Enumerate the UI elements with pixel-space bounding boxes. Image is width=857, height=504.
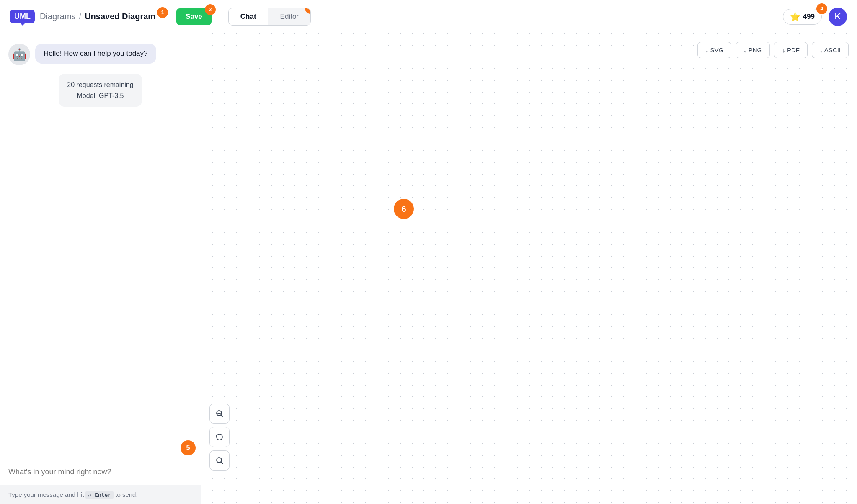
footer-suffix: to send. (115, 491, 137, 498)
chat-panel: 🤖 Hello! How can I help you today? 20 re… (0, 33, 201, 504)
info-line2: Model: GPT-3.5 (77, 92, 124, 99)
header: UML Diagrams / Unsaved Diagram 1 Save 2 … (0, 0, 857, 33)
star-icon: ⭐ (790, 12, 800, 22)
bot-emoji: 🤖 (12, 48, 27, 62)
enter-key: ↵ Enter (85, 491, 114, 499)
info-line1: 20 requests remaining (67, 81, 133, 88)
dot-grid (201, 33, 857, 504)
canvas-area: ↓ SVG ↓ PNG ↓ PDF ↓ ASCII (201, 33, 857, 504)
badge-2: 2 (205, 4, 216, 15)
svg-line-1 (221, 415, 223, 417)
greeting-bubble: Hello! How can I help you today? (35, 44, 156, 64)
badge-4: 4 (816, 3, 827, 14)
tab-group: Chat Editor 3 (228, 8, 311, 26)
chat-input-area[interactable] (0, 459, 201, 485)
avatar[interactable]: K (829, 8, 847, 26)
tab-chat[interactable]: Chat (229, 8, 268, 25)
export-ascii-button[interactable]: ↓ ASCII (812, 42, 849, 58)
uml-logo[interactable]: UML (10, 10, 35, 23)
badge-6: 6 (394, 199, 414, 219)
credits-count: 499 (803, 13, 815, 21)
header-right: ⭐ 499 4 K (783, 8, 847, 26)
zoom-controls (209, 404, 230, 471)
breadcrumb: Diagrams / Unsaved Diagram (40, 12, 155, 21)
zoom-reset-button[interactable] (209, 427, 230, 447)
badge-5: 5 (181, 440, 196, 455)
zoom-out-icon (215, 456, 224, 465)
credits-badge[interactable]: ⭐ 499 (783, 9, 822, 25)
bot-avatar: 🤖 (8, 44, 30, 65)
zoom-out-button[interactable] (209, 450, 230, 471)
zoom-reset-icon (215, 432, 224, 442)
chat-messages: 🤖 Hello! How can I help you today? 20 re… (0, 33, 201, 459)
zoom-in-button[interactable] (209, 404, 230, 424)
export-png-button[interactable]: ↓ PNG (736, 42, 770, 58)
chat-input[interactable] (8, 468, 192, 476)
breadcrumb-current: Unsaved Diagram (85, 12, 155, 21)
info-bubble: 20 requests remaining Model: GPT-3.5 (59, 74, 142, 107)
badge-1: 1 (157, 7, 168, 18)
main: 🤖 Hello! How can I help you today? 20 re… (0, 33, 857, 504)
breadcrumb-parent[interactable]: Diagrams (40, 12, 76, 21)
zoom-in-icon (215, 409, 224, 418)
tab-editor[interactable]: Editor (268, 8, 310, 25)
canvas-toolbar: ↓ SVG ↓ PNG ↓ PDF ↓ ASCII (697, 42, 849, 58)
footer-text: Type your message and hit (8, 491, 84, 498)
export-pdf-button[interactable]: ↓ PDF (774, 42, 808, 58)
bot-message: 🤖 Hello! How can I help you today? (8, 44, 192, 65)
breadcrumb-separator: / (79, 12, 82, 21)
svg-line-5 (221, 462, 223, 464)
export-svg-button[interactable]: ↓ SVG (697, 42, 731, 58)
chat-footer: Type your message and hit ↵ Enter to sen… (0, 485, 201, 504)
